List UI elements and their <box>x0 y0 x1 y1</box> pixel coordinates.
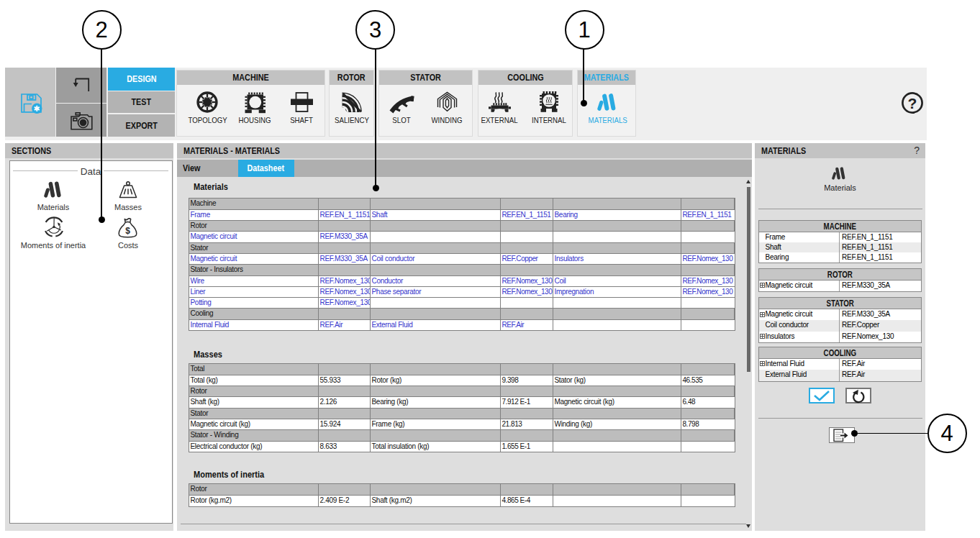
svg-text:?: ? <box>907 95 917 111</box>
svg-text:$: $ <box>126 226 131 236</box>
